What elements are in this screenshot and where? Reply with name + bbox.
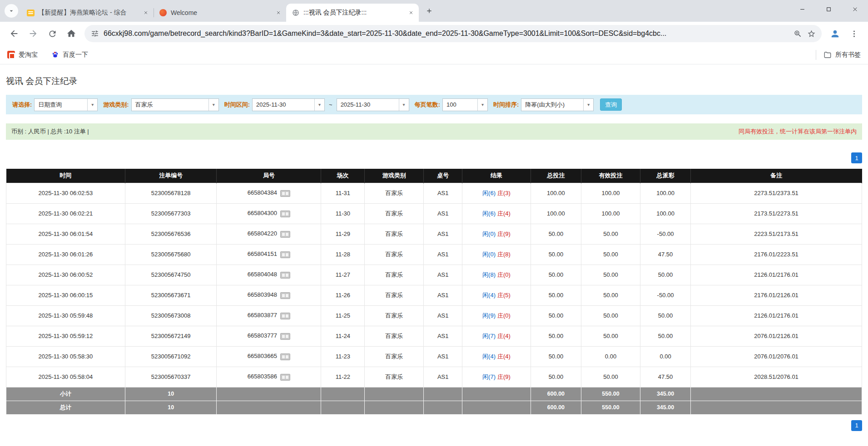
round-number: 665804220 [248,230,277,237]
close-icon[interactable] [274,9,283,17]
valid-bet: 50.00 [581,244,640,265]
total-bet-link[interactable]: 50.00 [531,285,581,305]
payout: 0.00 [640,346,690,367]
chevron-down-icon: ▾ [314,99,324,111]
filter-bar: 请选择: 日期查询 ▾ 游戏类别: 百家乐 ▾ 时间区间: 2025-11-30… [6,95,862,114]
col-table: 桌号 [424,169,462,183]
close-icon[interactable] [407,9,415,17]
round-cell: 665804048 [217,265,321,285]
game-type-cell: 百家乐 [365,326,424,346]
total-bet-link[interactable]: 100.00 [531,203,581,224]
maximize-button[interactable] [815,0,842,18]
new-tab-icon [426,7,433,15]
col-session: 场次 [321,169,365,183]
tab-search-button[interactable] [5,4,18,18]
bet-id: 523005678128 [125,183,217,203]
address-bar[interactable]: 66cxkj98.com/game/betrecord_search/kind3… [84,25,822,42]
date-end-select[interactable]: 2025-11-30 ▾ [337,98,409,111]
tab-welcome[interactable]: Welcome [154,4,286,22]
search-button[interactable]: 查询 [600,98,622,111]
result-banker: 庄(4) [497,353,511,360]
empty-cell [217,387,321,401]
total-bet-link[interactable]: 50.00 [531,326,581,346]
bet-id: 523005671092 [125,346,217,367]
empty-cell [462,387,531,401]
view-cards-icon[interactable] [280,313,290,319]
total-bet-link[interactable]: 50.00 [531,265,581,285]
total-bet-link[interactable]: 50.00 [531,244,581,265]
result-banker: 庄(5) [497,292,511,299]
new-tab-button[interactable] [422,4,436,18]
bet-time: 2025-11-30 06:00:52 [6,265,125,285]
round-number: 665803586 [248,373,277,380]
date-start-select[interactable]: 2025-11-30 ▾ [252,98,325,111]
balance-note: 2126.01/2176.01 [691,305,862,326]
close-window-button[interactable] [842,0,868,18]
tune-icon[interactable] [91,29,99,38]
result-cell: 闲(7)庄(4) [462,326,531,346]
zoom-icon[interactable] [791,27,804,40]
view-cards-icon[interactable] [280,211,290,217]
profile-icon[interactable] [826,25,843,42]
round-number: 665804151 [248,250,277,257]
globe-favicon [292,9,300,17]
minimize-button[interactable] [789,0,815,18]
bet-id: 523005670337 [125,367,217,387]
view-cards-icon[interactable] [280,374,290,381]
round-cell: 665804300 [217,203,321,224]
table-row: 2025-11-30 05:59:12 523005672149 6658037… [6,326,862,346]
total-count: 10 [125,401,217,414]
round-cell: 665804151 [217,244,321,265]
page-number-button[interactable]: 1 [851,152,862,163]
payout: 50.00 [640,326,690,346]
session-number: 11-30 [321,203,365,224]
col-note: 备注 [691,169,862,183]
tab-forum[interactable]: 【新提醒】海燕策略论坛 - 综合 [21,4,154,22]
bookmark-star-icon[interactable] [804,27,818,40]
game-type-select[interactable]: 百家乐 ▾ [131,98,219,111]
valid-bet: 50.00 [581,265,640,285]
all-bookmarks-button[interactable]: 所有书签 [823,51,861,59]
total-bet-link[interactable]: 100.00 [531,183,581,203]
bookmark-taobao[interactable]: 爱淘宝 [7,51,38,59]
total-bet-link[interactable]: 50.00 [531,367,581,387]
total-bet-link[interactable]: 50.00 [531,224,581,244]
bet-id: 523005673671 [125,285,217,305]
page-number-button[interactable]: 1 [851,420,862,431]
result-cell: 闲(0)庄(9) [462,224,531,244]
back-button[interactable] [5,25,23,42]
reload-button[interactable] [44,25,61,42]
total-total-bet: 600.00 [531,401,581,414]
bookmark-baidu[interactable]: 百度一下 [51,51,88,59]
view-cards-icon[interactable] [280,190,290,197]
close-icon[interactable] [141,9,150,17]
round-cell: 665803948 [217,285,321,305]
view-cards-icon[interactable] [280,333,290,340]
home-button[interactable] [63,25,80,42]
view-cards-icon[interactable] [280,353,290,360]
balance-note: 2173.51/2273.51 [691,203,862,224]
table-row: 2025-11-30 06:02:21 523005677303 6658043… [6,203,862,224]
forward-button[interactable] [25,25,42,42]
table-number: AS1 [424,367,462,387]
total-bet-link[interactable]: 50.00 [531,305,581,326]
session-number: 11-22 [321,367,365,387]
tab-bet-records[interactable]: :::视讯 会员下注纪录::: [286,4,419,22]
view-cards-icon[interactable] [280,292,290,299]
table-number: AS1 [424,244,462,265]
total-label: 总计 [6,401,125,414]
table-row: 2025-11-30 05:58:04 523005670337 6658035… [6,367,862,387]
result-player: 闲(7) [482,333,496,339]
result-cell: 闲(6)庄(3) [462,183,531,203]
sort-value: 降幂(由大到小) [521,101,583,109]
view-cards-icon[interactable] [280,231,290,238]
view-cards-icon[interactable] [280,272,290,279]
view-cards-icon[interactable] [280,251,290,258]
total-bet-link[interactable]: 50.00 [531,346,581,367]
query-type-select[interactable]: 日期查询 ▾ [34,98,98,111]
per-page-select[interactable]: 100 ▾ [442,98,488,111]
game-type-cell: 百家乐 [365,367,424,387]
welcome-favicon [159,9,167,17]
menu-icon[interactable] [845,25,863,42]
sort-select[interactable]: 降幂(由大到小) ▾ [521,98,594,111]
